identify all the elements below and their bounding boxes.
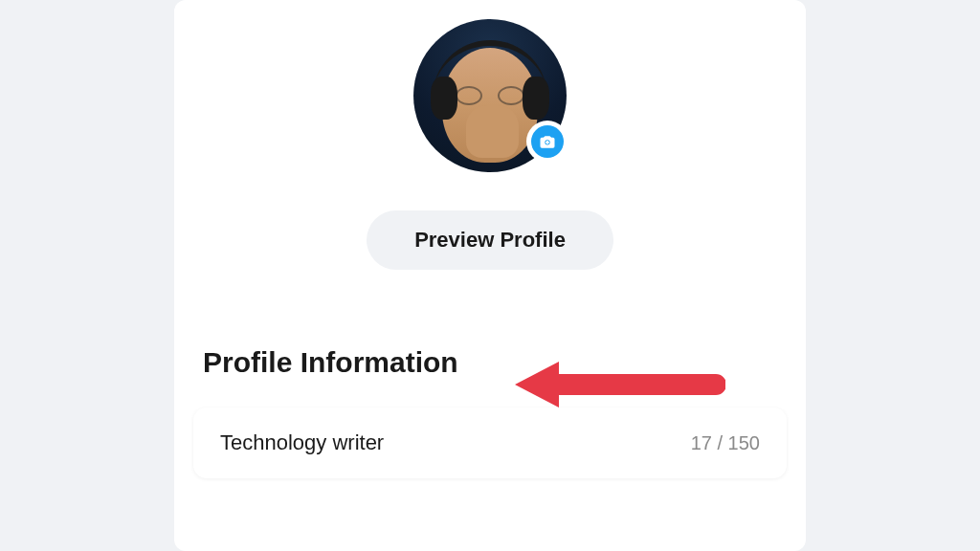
- section-heading: Profile Information: [174, 346, 806, 408]
- avatar-detail: [431, 77, 457, 120]
- bio-char-counter: 17 / 150: [691, 432, 760, 454]
- profile-card: Preview Profile Profile Information Tech…: [174, 0, 806, 551]
- avatar-wrapper: [413, 19, 567, 172]
- avatar-detail: [456, 86, 482, 105]
- preview-profile-button[interactable]: Preview Profile: [367, 210, 613, 270]
- bio-field[interactable]: Technology writer 17 / 150: [193, 408, 787, 478]
- change-photo-button[interactable]: [526, 121, 568, 163]
- camera-add-icon: [531, 125, 564, 158]
- avatar-detail: [523, 77, 549, 120]
- bio-value: Technology writer: [220, 430, 384, 455]
- avatar-detail: [466, 105, 519, 158]
- svg-rect-2: [546, 142, 549, 143]
- avatar-detail: [498, 86, 524, 105]
